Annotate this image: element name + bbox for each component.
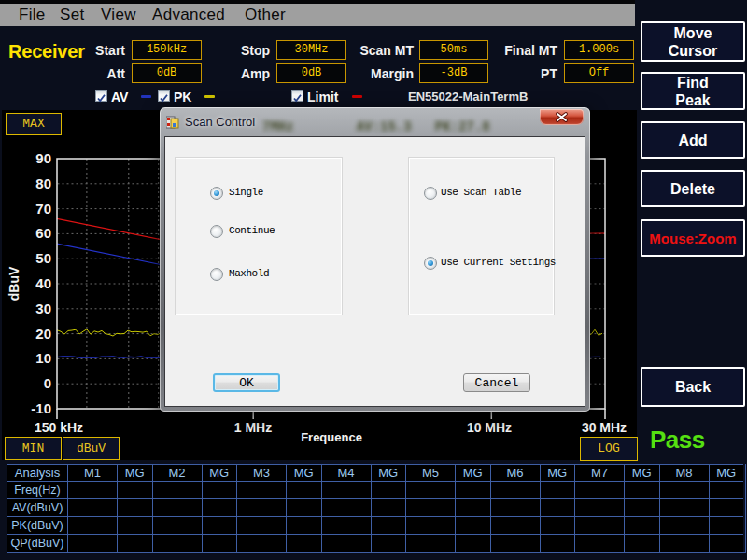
svg-text:150 kHz: 150 kHz — [35, 420, 83, 435]
svg-text:80: 80 — [35, 175, 51, 191]
svg-text:0: 0 — [44, 375, 51, 391]
svg-text:30: 30 — [35, 301, 51, 316]
svg-text:40: 40 — [35, 275, 51, 291]
svg-text:70: 70 — [35, 201, 51, 217]
svg-text:dBuV: dBuV — [7, 266, 21, 301]
svg-text:10 MHz: 10 MHz — [467, 420, 512, 435]
svg-text:1 MHz: 1 MHz — [234, 420, 272, 435]
svg-text:60: 60 — [35, 225, 51, 241]
svg-text:90: 90 — [35, 150, 51, 166]
svg-text:30 MHz: 30 MHz — [582, 420, 627, 435]
svg-text:20: 20 — [35, 326, 51, 342]
svg-text:10: 10 — [35, 350, 51, 366]
svg-text:Frequence: Frequence — [301, 430, 362, 444]
svg-text:-10: -10 — [31, 400, 51, 416]
svg-text:50: 50 — [35, 250, 51, 266]
